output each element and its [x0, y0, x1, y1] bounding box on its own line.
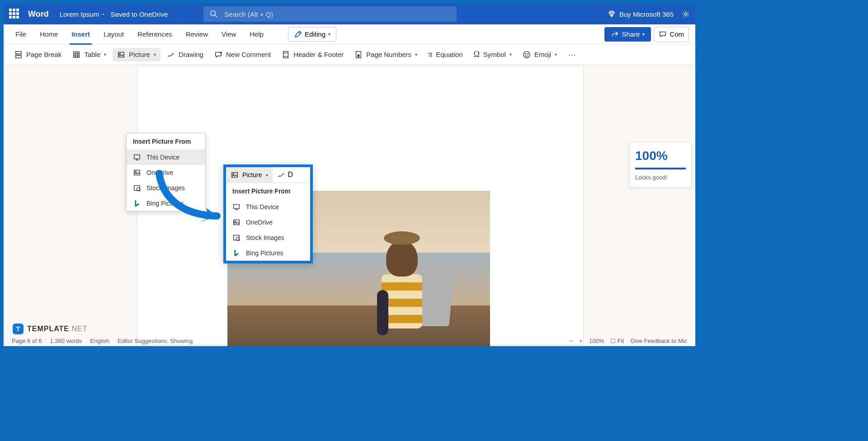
drawing-icon [277, 171, 285, 179]
svg-point-22 [528, 53, 528, 54]
svg-point-0 [211, 11, 216, 16]
zoom-level[interactable]: 100% [589, 338, 604, 344]
editor-score-value: 100% [635, 149, 686, 163]
picture-icon [231, 171, 239, 179]
chevron-down-icon: ▾ [642, 32, 645, 37]
callout-onedrive[interactable]: OneDrive [226, 215, 310, 230]
share-button[interactable]: Share ▾ [604, 27, 651, 42]
settings-icon[interactable] [682, 10, 690, 18]
brand-text: TEMPLATE.NET [27, 325, 87, 333]
bing-icon [232, 249, 241, 257]
svg-rect-11 [118, 52, 124, 57]
callout-dropdown-header: Insert Picture From [226, 183, 310, 199]
buy-microsoft-365-button[interactable]: Buy Microsoft 365 [608, 10, 674, 18]
device-icon [232, 203, 241, 211]
drawing-button[interactable]: Drawing [162, 48, 208, 61]
page-numbers-icon: # [354, 51, 363, 59]
svg-rect-31 [232, 173, 238, 178]
menu-home[interactable]: Home [34, 28, 63, 41]
menu-help[interactable]: Help [244, 28, 269, 41]
save-status[interactable]: Saved to OneDrive ▾ [111, 10, 172, 18]
page-info[interactable]: Page 6 of 6 [12, 338, 42, 344]
document-area: Insert Picture From This Device OneDrive… [4, 65, 695, 346]
onedrive-icon [232, 218, 241, 226]
word-count[interactable]: 1,380 words [50, 338, 82, 344]
menu-file[interactable]: File [10, 28, 32, 41]
chevron-down-icon: ▾ [170, 12, 172, 17]
page-break-button[interactable]: Page Break [10, 48, 66, 61]
menu-review[interactable]: Review [180, 28, 213, 41]
brand-logo-icon: T [13, 324, 24, 334]
comment-icon [659, 30, 667, 38]
editor-progress-bar [635, 168, 686, 169]
editor-score-panel[interactable]: 100% Looks good! [629, 142, 692, 188]
menu-layout[interactable]: Layout [98, 28, 129, 41]
chevron-down-icon: ▾ [104, 52, 106, 57]
svg-rect-33 [234, 205, 240, 209]
search-input[interactable] [224, 10, 450, 18]
table-icon [72, 51, 80, 59]
fit-checkbox[interactable]: ☐ Fit [610, 338, 624, 344]
omega-icon: Ω [473, 50, 479, 59]
pi-icon: π [428, 50, 432, 59]
picture-button[interactable]: Picture ▾ [113, 48, 160, 61]
chevron-down-icon: ▾ [555, 52, 557, 57]
callout-bing-pictures[interactable]: Bing Pictures [226, 245, 310, 261]
equation-button[interactable]: π Equation [424, 47, 467, 62]
editing-mode-button[interactable]: Editing ▾ [288, 27, 336, 42]
more-options-button[interactable]: ⋯ [563, 47, 581, 62]
onedrive-icon [133, 169, 141, 177]
editor-suggestions[interactable]: Editor Suggestions: Showing [118, 338, 193, 344]
chevron-down-icon: ▾ [328, 32, 330, 37]
dropdown-header: Insert Picture From [127, 133, 205, 150]
svg-point-20 [524, 51, 530, 57]
share-icon [611, 30, 619, 38]
svg-rect-23 [134, 155, 140, 159]
language[interactable]: English [90, 338, 109, 344]
search-bar[interactable] [203, 6, 457, 22]
editor-status-text: Looks good! [635, 174, 686, 181]
emoji-button[interactable]: Emoji ▾ [518, 48, 562, 61]
stock-images-icon [133, 184, 141, 192]
svg-rect-4 [16, 55, 22, 57]
new-comment-button[interactable]: New Comment [210, 48, 275, 61]
zoom-in-button[interactable]: + [579, 338, 583, 344]
chevron-down-icon: ▾ [154, 52, 156, 57]
zoom-out-button[interactable]: − [570, 338, 573, 344]
titlebar: Word Lorem Ipsum - Saved to OneDrive ▾ B… [4, 4, 695, 24]
device-icon [133, 153, 141, 161]
menu-view[interactable]: View [216, 28, 241, 41]
menu-this-device[interactable]: This Device [127, 150, 205, 165]
diamond-icon [608, 10, 616, 18]
comments-button[interactable]: Com [654, 27, 689, 42]
header-footer-button[interactable]: Header & Footer [277, 48, 348, 61]
svg-rect-3 [16, 51, 22, 53]
page-numbers-button[interactable]: # Page Numbers ▾ [350, 48, 422, 61]
feedback-link[interactable]: Give Feedback to Mic [630, 338, 687, 344]
emoji-icon [523, 51, 531, 59]
menu-references[interactable]: References [132, 28, 178, 41]
menu-insert[interactable]: Insert [66, 28, 95, 41]
header-footer-icon [282, 51, 290, 59]
search-icon [210, 10, 218, 18]
svg-text:#: # [358, 54, 359, 57]
document-title[interactable]: Lorem Ipsum [60, 10, 99, 18]
app-name: Word [28, 9, 49, 19]
callout-picture-button[interactable]: Picture ▾ [226, 167, 273, 183]
ribbon: Page Break Table ▾ Picture ▾ Drawing New… [4, 44, 695, 65]
bing-icon [133, 199, 141, 207]
callout-drawing-partial[interactable]: D [273, 167, 298, 183]
page-break-icon [14, 51, 23, 59]
svg-line-1 [215, 15, 217, 18]
svg-rect-6 [74, 52, 80, 57]
svg-rect-36 [234, 220, 240, 225]
app-launcher-icon[interactable] [9, 9, 20, 19]
symbol-button[interactable]: Ω Symbol ▾ [469, 47, 516, 62]
callout-stock-images[interactable]: Stock Images [226, 230, 310, 245]
svg-point-2 [684, 13, 687, 15]
svg-rect-26 [134, 170, 140, 175]
callout-this-device[interactable]: This Device [226, 199, 310, 215]
table-button[interactable]: Table ▾ [68, 48, 111, 61]
chevron-down-icon: ▾ [266, 173, 268, 178]
menubar: File Home Insert Layout References Revie… [4, 24, 695, 44]
